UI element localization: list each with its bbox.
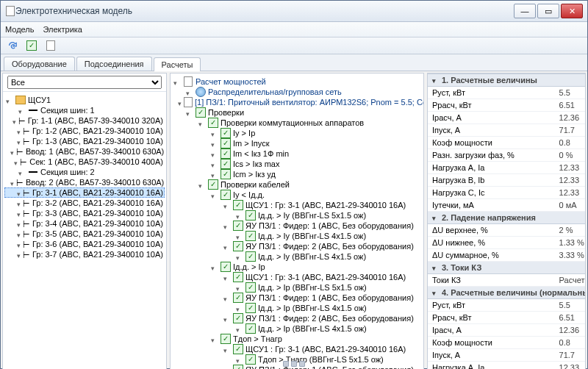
expand-icon[interactable] (211, 140, 218, 147)
prop-section[interactable]: 2. Падение напряжения (428, 212, 586, 224)
breaker-node[interactable]: Гр: 3-6 (ABC, ВА21-29-340010 10А) (4, 239, 165, 249)
expand-icon[interactable] (17, 220, 21, 227)
expand-icon[interactable] (10, 148, 14, 155)
check-item[interactable]: Im > Iпуск (172, 138, 422, 148)
expand-icon[interactable] (223, 345, 231, 353)
expand-icon[interactable] (223, 366, 231, 369)
titlebar[interactable]: Электротехническая модель — ▭ ✕ (1, 1, 587, 22)
filter-select[interactable]: Все (7, 76, 162, 89)
prop-row[interactable]: Iпуск, А71.7 (428, 349, 586, 362)
breaker-node[interactable]: Гр: 1-1 (ABC, ВА57-39-340010 320А) (4, 115, 165, 126)
prop-section[interactable]: 1. Расчетные величины (428, 74, 586, 87)
expand-icon[interactable] (236, 356, 243, 363)
breaker-node[interactable]: Гр: 3-5 (ABC, ВА21-29-340010 10А) (4, 229, 165, 239)
resize-grip-icon[interactable] (278, 360, 310, 368)
expand-icon[interactable] (173, 78, 181, 85)
net-node[interactable]: Распределительная/групповая сеть (172, 87, 422, 97)
menu-electro[interactable]: Электрика (43, 25, 82, 34)
prop-row[interactable]: Коэф мощности0.8 (428, 137, 586, 149)
expand-icon[interactable] (12, 117, 16, 124)
breaker-node[interactable]: Гр: 3-3 (ABC, ВА21-29-340010 10А) (4, 208, 165, 218)
expand-icon[interactable] (17, 199, 21, 207)
expand-icon[interactable] (223, 273, 231, 281)
expand-icon[interactable] (14, 158, 18, 165)
prop-row[interactable]: ΔU нижнее, %1.33 % (428, 237, 586, 249)
panel-node[interactable]: ЩСУ1 (4, 95, 165, 105)
breaker-node[interactable]: Гр: 3-4 (ABC, ВА21-29-340010 10А) (4, 218, 165, 229)
tie-breaker[interactable]: Сек: 1 (ABC, ВА57-39-340010 400А) (4, 157, 165, 167)
equip-node[interactable]: [1] ПЗ/1: Приточный вентилятор: АИРМ132S… (172, 97, 422, 107)
check-item[interactable]: Iд.д. > Iр (ВВГнг-LS 4x1.5 ож) (172, 323, 422, 334)
expand-icon[interactable] (178, 98, 182, 106)
breaker-node[interactable]: Гр: 1-2 (ABC, ВА21-29-340010 10А) (4, 126, 165, 136)
prop-section[interactable]: 3. Токи КЗ (428, 262, 586, 274)
breaker-node[interactable]: Ввод: 2 (ABC, ВА57-39-340010 630А) (4, 177, 165, 187)
expand-icon[interactable] (223, 201, 231, 209)
prop-row[interactable]: Разн. загрузки фаз, %0 % (428, 149, 586, 162)
tab-calculations[interactable]: Расчеты (154, 57, 201, 71)
check-item[interactable]: Im < Iкз 1Ф min (172, 148, 422, 159)
check-item[interactable]: Icm > Iкз уд (172, 169, 422, 179)
prop-section[interactable]: 4. Расчетные величины (нормальный режим) (428, 287, 586, 299)
breaker-node[interactable]: Гр: 3-7 (ABC, ВА21-29-340010 10А) (4, 249, 165, 259)
prop-row[interactable]: Нагрузка C, Ic12.33 (428, 187, 586, 199)
expand-icon[interactable] (186, 109, 193, 116)
expand-icon[interactable] (223, 294, 231, 301)
check-item[interactable]: ЯУ ПЗ/1 : Фидер: 2 (ABC, Без оборудовани… (172, 241, 422, 251)
check-item[interactable]: Iд.д. > Iy (ВВГнг-LS 5x1.5 ож) (172, 210, 422, 221)
prop-row[interactable]: Iпуск, А71.7 (428, 124, 586, 137)
expand-icon[interactable] (211, 171, 218, 178)
close-button[interactable]: ✕ (561, 4, 583, 18)
expand-icon[interactable] (186, 88, 193, 96)
prop-row[interactable]: Коэф мощности0.8 (428, 337, 586, 349)
expand-icon[interactable] (223, 315, 231, 322)
expand-icon[interactable] (211, 150, 218, 157)
bus-section[interactable]: Секция шин: 1 (4, 105, 165, 115)
expand-icon[interactable] (223, 222, 231, 229)
expand-icon[interactable] (17, 230, 21, 237)
check-item[interactable]: ЩСУ1 : Гр: 3-1 (ABC, ВА21-29-340010 16А) (172, 200, 422, 210)
expand-icon[interactable] (198, 181, 206, 188)
maximize-button[interactable]: ▭ (537, 4, 559, 18)
breaker-node[interactable]: Гр: 3-2 (ABC, ВА21-29-340010 16А) (4, 198, 165, 208)
expand-icon[interactable] (6, 96, 13, 104)
refresh-icon[interactable] (5, 38, 20, 53)
breaker-node[interactable]: Гр: 1-3 (ABC, ВА21-29-340010 10А) (4, 136, 165, 146)
check-item[interactable]: ЯУ ПЗ/1 : Фидер: 1 (ABC, Без оборудовани… (172, 293, 422, 303)
prop-row[interactable]: Руст, кВт5.5 (428, 87, 586, 99)
check-group[interactable]: Iд.д. > Iр (172, 262, 422, 272)
expand-icon[interactable] (236, 304, 243, 312)
prop-row[interactable]: Ррасч, кВт6.51 (428, 99, 586, 112)
prop-row[interactable]: Iутечки, мА0 мА (428, 199, 586, 212)
expand-icon[interactable] (236, 284, 243, 291)
expand-icon[interactable] (211, 263, 218, 271)
prop-row[interactable]: ΔU суммарное, %3.33 % (428, 249, 586, 262)
breaker-node[interactable]: Гр: 3-1 (ABC, ВА21-29-340010 16А) (4, 187, 165, 198)
expand-icon[interactable] (17, 137, 21, 145)
prop-row[interactable]: Нагрузка B, Ib12.33 (428, 174, 586, 187)
report-icon[interactable] (43, 38, 58, 53)
check-item[interactable]: Iд.д. > Iy (ВВГнг-LS 4x1.5 ож) (172, 251, 422, 262)
expand-icon[interactable] (211, 129, 218, 137)
check-item[interactable]: Iд.д. > Iy (ВВГнг-LS 4x1.5 ож) (172, 231, 422, 241)
expand-icon[interactable] (18, 168, 26, 176)
expand-icon[interactable] (211, 160, 218, 168)
check-item[interactable]: Ics > Iкз max (172, 159, 422, 169)
expand-icon[interactable] (236, 253, 243, 260)
cable-checks[interactable]: Проверки кабелей (172, 179, 422, 190)
expand-icon[interactable] (17, 209, 21, 217)
expand-icon[interactable] (236, 212, 243, 219)
check-item[interactable]: ЩСУ1 : Гр: 3-1 (ABC, ВА21-29-340010 16А) (172, 344, 422, 354)
menu-model[interactable]: Модель (5, 25, 34, 34)
check-item[interactable]: Iy > Ip (172, 128, 422, 138)
prop-row[interactable]: Руст, кВт5.5 (428, 299, 586, 312)
prop-row[interactable]: ΔU верхнее, %2 % (428, 224, 586, 237)
prop-row[interactable]: Iрасч, А12.36 (428, 324, 586, 337)
switchgear-checks[interactable]: Проверки коммутационных аппаратов (172, 118, 422, 128)
expand-icon[interactable] (198, 119, 206, 126)
expand-icon[interactable] (17, 127, 21, 135)
prop-row[interactable]: Нагрузка А, Iа12.33 (428, 362, 586, 370)
tab-equipment[interactable]: Оборудование (4, 57, 75, 71)
bus-section[interactable]: Секция шин: 2 (4, 167, 165, 177)
check-item[interactable]: ЯУ ПЗ/1 : Фидер: 2 (ABC, Без оборудовани… (172, 313, 422, 323)
